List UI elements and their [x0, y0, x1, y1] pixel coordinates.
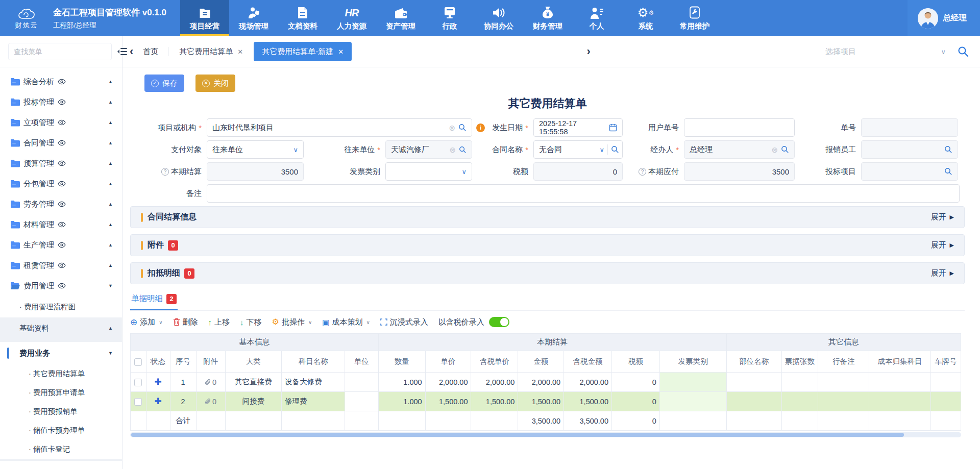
- sidebar-group-9[interactable]: 生产管理▲: [0, 235, 122, 255]
- eye-icon[interactable]: [58, 79, 66, 85]
- table-row[interactable]: ✚10其它直接费设备大修费1.0002,000.002,000.002,000.…: [131, 373, 961, 392]
- plus-icon[interactable]: ✚: [154, 397, 161, 406]
- row-attachment-cell[interactable]: 0: [196, 373, 225, 392]
- chevron-up-icon[interactable]: ▲: [108, 100, 113, 105]
- eye-icon[interactable]: [58, 181, 66, 187]
- table-row[interactable]: ✚20间接费修理费1.0001,500.001,500.001,500.001,…: [131, 392, 961, 411]
- clear-icon[interactable]: ⊗: [771, 146, 778, 154]
- nav-item-documents[interactable]: 文档资料: [278, 0, 327, 36]
- bid-project-field[interactable]: [861, 162, 958, 181]
- horizontal-scrollbar[interactable]: [130, 432, 961, 437]
- chevron-up-icon[interactable]: ▲: [108, 161, 113, 166]
- nav-item-system[interactable]: ⚙⚙ 系统: [621, 0, 670, 36]
- search-icon[interactable]: [459, 146, 467, 154]
- tax-inclusive-toggle[interactable]: 以含税价录入: [438, 317, 509, 327]
- row-checkbox[interactable]: [134, 398, 142, 406]
- immersive-entry-button[interactable]: 沉浸式录入: [380, 317, 428, 327]
- sidebar-item-4[interactable]: · 储值卡预办理单: [0, 421, 122, 440]
- clear-icon[interactable]: ⊗: [449, 124, 455, 132]
- invoice-type-select[interactable]: ∨: [385, 162, 472, 181]
- tab-expense-settlement[interactable]: 其它费用结算单✕: [175, 47, 247, 57]
- reimburser-field[interactable]: [861, 140, 958, 159]
- invoice-type-cell[interactable]: [659, 373, 726, 392]
- search-icon[interactable]: [944, 145, 952, 154]
- user-block[interactable]: 总经理: [908, 0, 980, 36]
- chevron-up-icon[interactable]: ▲: [108, 202, 113, 207]
- search-icon[interactable]: [611, 145, 619, 154]
- sidebar-group-4[interactable]: 合同管理▲: [0, 133, 122, 153]
- chevron-down-icon[interactable]: ▼: [108, 283, 113, 288]
- eye-icon[interactable]: [58, 221, 66, 228]
- move-up-button[interactable]: ↑上移: [208, 317, 230, 327]
- cost-plan-button[interactable]: ▣成本策划∨: [322, 317, 370, 327]
- scrollbar-thumb[interactable]: [131, 433, 904, 437]
- invoice-type-cell[interactable]: [659, 392, 726, 411]
- clear-icon[interactable]: ⊗: [449, 146, 456, 154]
- expand-control[interactable]: 展开▶: [931, 240, 954, 250]
- nav-item-maintenance[interactable]: 常用维护: [670, 0, 719, 36]
- question-icon[interactable]: ?: [639, 168, 646, 176]
- chevron-up-icon[interactable]: ▲: [108, 120, 113, 125]
- chevron-up-icon[interactable]: ▲: [108, 222, 113, 227]
- sidebar-group-10[interactable]: 租赁管理▲: [0, 255, 122, 276]
- chevron-up-icon[interactable]: ▲: [108, 181, 113, 186]
- close-icon[interactable]: ✕: [237, 48, 243, 56]
- plus-icon[interactable]: ✚: [154, 377, 161, 387]
- project-field[interactable]: 山东时代垦利项目 ⊗: [207, 118, 472, 137]
- eye-icon[interactable]: [58, 140, 66, 146]
- search-icon[interactable]: [958, 46, 969, 57]
- sidebar-group-expense-business[interactable]: 费用业务 ▼: [0, 342, 122, 364]
- section-attachments[interactable]: 附件 0 展开▶: [130, 234, 965, 256]
- nav-item-collaboration[interactable]: 协同办公: [474, 0, 523, 36]
- sidebar-group-1[interactable]: 综合分析▲: [0, 71, 122, 92]
- sidebar-item-1[interactable]: · 其它费用结算单: [0, 364, 122, 383]
- sidebar-group-11[interactable]: 费用管理▼: [0, 276, 122, 296]
- close-button[interactable]: ✕ 关闭: [195, 75, 235, 92]
- pay-target-select[interactable]: 往来单位 ∨: [207, 140, 304, 159]
- sidebar-group-7[interactable]: 劳务管理▲: [0, 194, 122, 214]
- tabs-scroll-left-icon[interactable]: ‹: [130, 46, 133, 57]
- eye-icon[interactable]: [58, 262, 66, 268]
- sidebar-group-base-data[interactable]: 基础资料 ▲: [0, 317, 122, 339]
- expand-control[interactable]: 展开▶: [931, 268, 954, 278]
- eye-icon[interactable]: [58, 119, 66, 126]
- select-all-checkbox[interactable]: [134, 358, 142, 366]
- close-icon[interactable]: ✕: [338, 48, 344, 56]
- calendar-icon[interactable]: [609, 124, 617, 132]
- tab-expense-settlement-new[interactable]: 其它费用结算单-新建✕: [254, 42, 352, 61]
- delete-row-button[interactable]: 删除: [173, 317, 198, 327]
- handler-field[interactable]: 总经理 ⊗: [684, 140, 795, 159]
- nav-item-personal[interactable]: 个人: [572, 0, 621, 36]
- tab-document-detail[interactable]: 单据明细 2: [130, 291, 178, 310]
- section-contract-settlement[interactable]: 合同结算信息 展开▶: [130, 206, 965, 228]
- save-button[interactable]: ✓ 保存: [144, 75, 184, 92]
- expand-control[interactable]: 展开▶: [931, 212, 954, 222]
- nav-item-assets[interactable]: 资产管理: [376, 0, 425, 36]
- user-no-field[interactable]: [684, 118, 795, 137]
- nav-item-project-operation[interactable]: 项目经营: [180, 0, 229, 36]
- sidebar-item-3[interactable]: · 费用预报销单: [0, 402, 122, 421]
- nav-item-finance[interactable]: ¥ 财务管理: [523, 0, 572, 36]
- search-icon[interactable]: [944, 167, 952, 176]
- sidebar-group-8[interactable]: 材料管理▲: [0, 214, 122, 235]
- section-deduction-detail[interactable]: 扣抵明细 0 展开▶: [130, 262, 965, 284]
- eye-icon[interactable]: [58, 283, 66, 289]
- tabs-scroll-right-icon[interactable]: ›: [586, 46, 590, 57]
- nav-item-hr[interactable]: HR 人力资源: [327, 0, 376, 36]
- eye-icon[interactable]: [58, 201, 66, 207]
- menu-search-input[interactable]: [8, 43, 112, 60]
- contract-select[interactable]: 无合同 ∨: [533, 140, 623, 159]
- eye-icon[interactable]: [58, 99, 66, 105]
- sidebar-group-6[interactable]: 分包管理▲: [0, 174, 122, 194]
- sidebar-item-expense-flowchart[interactable]: · 费用管理流程图: [0, 296, 122, 317]
- row-attachment-cell[interactable]: 0: [196, 392, 225, 411]
- sidebar-group-3[interactable]: 立项管理▲: [0, 112, 122, 133]
- project-select[interactable]: 选择项目 ∨: [825, 47, 946, 57]
- toggle-on[interactable]: [489, 317, 509, 327]
- chevron-up-icon[interactable]: ▲: [108, 242, 113, 248]
- sidebar-item-5[interactable]: · 储值卡登记: [0, 440, 122, 459]
- chevron-up-icon[interactable]: ▲: [108, 140, 113, 145]
- move-down-button[interactable]: ↓下移: [240, 317, 262, 327]
- nav-item-administration[interactable]: 行政: [425, 0, 474, 36]
- eye-icon[interactable]: [58, 160, 66, 166]
